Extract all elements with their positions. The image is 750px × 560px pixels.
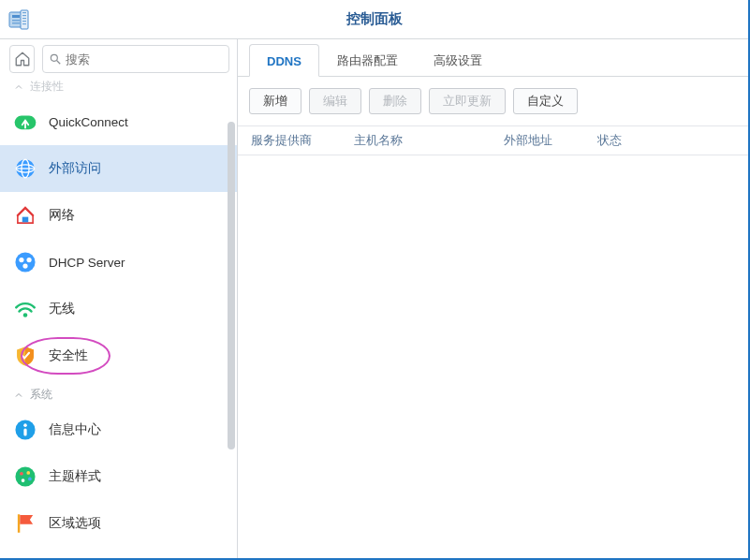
svg-point-22	[23, 313, 28, 317]
th-provider[interactable]: 服务提供商	[251, 133, 354, 149]
svg-rect-17	[22, 217, 29, 223]
svg-line-11	[57, 61, 61, 65]
section-header-connectivity[interactable]: 连接性	[0, 79, 237, 98]
th-hostname[interactable]: 主机名称	[354, 133, 504, 149]
svg-rect-7	[22, 18, 26, 19]
home-button[interactable]	[9, 45, 35, 73]
svg-rect-3	[12, 22, 20, 24]
content-area: DDNS 路由器配置 高级设置 新增 编辑 删除 立即更新 自定义 服务提供商 …	[238, 39, 748, 558]
sidebar-item-external-access[interactable]: 外部访问	[0, 145, 237, 192]
globe-icon	[13, 156, 37, 181]
table-header-row: 服务提供商 主机名称 外部地址 状态	[238, 125, 748, 155]
svg-point-10	[51, 54, 57, 61]
sidebar-item-region[interactable]: 区域选项	[0, 500, 237, 547]
tab-ddns[interactable]: DDNS	[249, 44, 319, 77]
tab-advanced[interactable]: 高级设置	[416, 42, 500, 77]
svg-point-24	[23, 423, 27, 427]
sidebar-item-label: 信息中心	[49, 421, 101, 438]
svg-point-21	[22, 263, 27, 268]
search-icon	[49, 52, 62, 66]
svg-point-20	[26, 258, 31, 262]
section-header-system[interactable]: 系统	[0, 379, 237, 406]
window-title: 控制面板	[346, 10, 403, 28]
sidebar-item-label: QuickConnect	[49, 115, 128, 129]
table-body	[238, 155, 748, 558]
svg-point-28	[26, 471, 30, 475]
svg-point-18	[15, 252, 35, 272]
chevron-up-icon	[13, 81, 24, 93]
wifi-icon	[13, 297, 37, 321]
palette-icon	[13, 464, 37, 489]
control-panel-icon	[7, 8, 30, 31]
sidebar-item-theme[interactable]: 主题样式	[0, 453, 237, 500]
sidebar-item-network[interactable]: 网络	[0, 192, 237, 239]
toolbar: 新增 编辑 删除 立即更新 自定义	[238, 77, 748, 125]
svg-point-30	[22, 479, 25, 482]
svg-rect-1	[12, 15, 20, 18]
chevron-up-icon	[13, 390, 24, 401]
search-input-container[interactable]	[42, 45, 229, 73]
section-label: 连接性	[30, 79, 64, 95]
sidebar-item-label: 外部访问	[49, 160, 101, 177]
sidebar-item-dhcp[interactable]: DHCP Server	[0, 239, 237, 286]
delete-button[interactable]: 删除	[369, 88, 421, 114]
sidebar-item-wireless[interactable]: 无线	[0, 286, 237, 332]
sidebar-item-label: 网络	[49, 207, 75, 224]
sidebar: 连接性 QuickConnect 外部访问 网	[0, 39, 238, 558]
custom-button[interactable]: 自定义	[513, 88, 578, 114]
sidebar-scrollbar-thumb[interactable]	[228, 122, 235, 449]
dhcp-icon	[13, 250, 37, 274]
sidebar-nav: 连接性 QuickConnect 外部访问 网	[0, 79, 237, 558]
edit-button[interactable]: 编辑	[309, 88, 361, 114]
sidebar-item-label: 安全性	[49, 347, 88, 364]
search-input[interactable]	[66, 52, 223, 66]
sidebar-item-label: 主题样式	[49, 468, 101, 485]
sidebar-item-info-center[interactable]: 信息中心	[0, 406, 237, 453]
home-icon	[14, 51, 31, 67]
svg-point-29	[28, 478, 32, 481]
svg-rect-8	[22, 21, 26, 22]
main-area: 连接性 QuickConnect 外部访问 网	[0, 39, 748, 558]
tab-router-config[interactable]: 路由器配置	[319, 42, 416, 77]
svg-rect-9	[22, 23, 26, 24]
section-label: 系统	[30, 387, 52, 403]
sidebar-search-row	[0, 39, 237, 79]
svg-rect-5	[22, 12, 26, 13]
add-button[interactable]: 新增	[249, 88, 301, 114]
cloud-arrow-icon	[13, 110, 37, 134]
shield-icon	[13, 344, 37, 368]
tab-label: DDNS	[267, 54, 301, 68]
svg-rect-6	[22, 15, 26, 16]
svg-rect-25	[23, 428, 26, 435]
th-external-addr[interactable]: 外部地址	[504, 133, 597, 149]
sidebar-item-label: 无线	[49, 301, 75, 317]
titlebar: 控制面板	[0, 0, 748, 39]
tab-bar: DDNS 路由器配置 高级设置	[238, 39, 748, 77]
sidebar-item-quickconnect[interactable]: QuickConnect	[0, 98, 237, 145]
th-status[interactable]: 状态	[597, 133, 735, 149]
tab-label: 路由器配置	[337, 53, 398, 67]
svg-point-19	[19, 258, 23, 262]
svg-rect-2	[12, 20, 20, 22]
svg-rect-31	[18, 514, 20, 533]
flag-icon	[13, 511, 37, 536]
sidebar-item-label: DHCP Server	[49, 256, 125, 270]
svg-point-27	[20, 472, 23, 476]
info-icon	[13, 418, 37, 442]
update-now-button[interactable]: 立即更新	[429, 88, 506, 114]
sidebar-item-label: 区域选项	[49, 515, 101, 532]
sidebar-item-security[interactable]: 安全性	[0, 332, 237, 379]
network-house-icon	[13, 203, 37, 228]
tab-label: 高级设置	[434, 53, 482, 67]
svg-point-26	[15, 466, 35, 486]
